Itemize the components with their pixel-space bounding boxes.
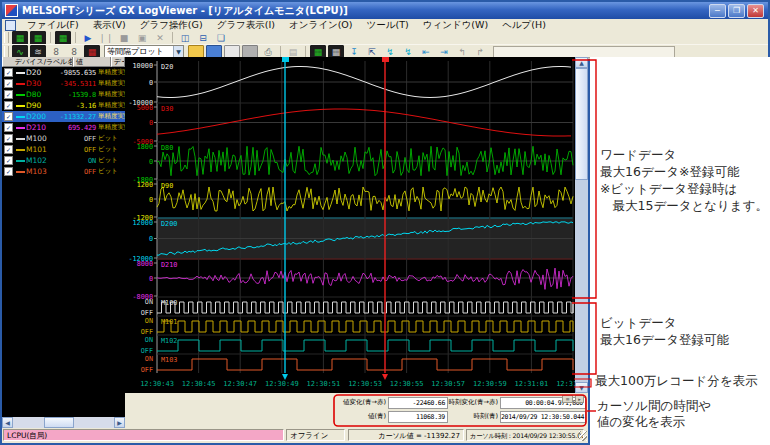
horizontal-scroll-thumb[interactable] (44, 417, 74, 428)
device-row[interactable]: ✓D210695.429単精度実数 (2, 122, 125, 133)
open-realtime-monitor-icon[interactable]: ▦ (30, 31, 46, 45)
close-button[interactable]: ✕ (747, 4, 764, 18)
child-window-icon[interactable] (5, 20, 16, 31)
toolbar-grip[interactable] (4, 32, 9, 43)
checkbox[interactable]: ✓ (4, 101, 13, 110)
svg-text:D200: D200 (161, 220, 177, 228)
svg-text:12:30:55: 12:30:55 (390, 380, 424, 388)
menu-item[interactable]: オンライン(O) (282, 19, 360, 32)
pause-monitor-icon[interactable]: ❘❘ (98, 31, 114, 45)
svg-text:M103: M103 (161, 356, 177, 364)
device-name: M100 (26, 134, 58, 143)
stop-monitor-icon[interactable]: ■ (116, 31, 132, 45)
device-row[interactable]: ✓M100OFFビット (2, 133, 125, 144)
device-row[interactable]: ✓M101OFFビット (2, 144, 125, 155)
checkbox[interactable]: ✓ (4, 123, 13, 132)
checkbox[interactable]: ✓ (4, 156, 13, 165)
device-name: M101 (26, 145, 58, 154)
device-row[interactable]: ✓M103OFFビット (2, 166, 125, 177)
svg-text:12:30:49: 12:30:49 (265, 380, 299, 388)
device-list-header: デバイス/ラベル名 値 データ型 (2, 57, 125, 67)
cursor-field-label: 時刻変化(青→赤) (446, 397, 498, 408)
svg-text:12:30:45: 12:30:45 (182, 380, 216, 388)
tile-vertical-icon[interactable]: ◫ (177, 31, 193, 45)
status-cursor-time: カーソル時刻 : 2014/09/29 12:30:55.015 (466, 429, 584, 441)
menu-item[interactable]: ファイル(F) (20, 19, 86, 32)
checkbox[interactable]: ✓ (4, 167, 13, 176)
vertical-scroll-thumb[interactable] (575, 68, 588, 180)
device-type: 単精度実数 (96, 79, 125, 88)
open-logging-file-icon[interactable]: ▦ (12, 31, 28, 45)
checkbox[interactable]: ✓ (4, 90, 13, 99)
checkbox[interactable]: ✓ (4, 79, 13, 88)
toolbar-separator (305, 46, 306, 57)
main-toolbar: ▦▦▦▶❘❘■▣✕◫⊟❏ (2, 31, 768, 44)
device-list-panel: デバイス/ラベル名 値 データ型 ✓D20-9855.635単精度実数✓D30-… (2, 57, 125, 417)
cursor-field-value: 2014/09/29 12:30:50.044 (500, 411, 586, 423)
device-type: 単精度実数 (96, 123, 125, 132)
trend-graph[interactable]: 12:30:4312:30:4512:30:4712:30:4912:30:51… (125, 57, 575, 393)
device-type: ビット (96, 134, 125, 143)
refresh-icon[interactable]: ▣ (134, 31, 150, 45)
menu-item[interactable]: ヘルプ(H) (495, 19, 553, 32)
device-value: -345.5311 (58, 80, 96, 88)
svg-text:ON: ON (145, 355, 153, 363)
menu-item[interactable]: ウィンドウ(W) (416, 19, 495, 32)
device-row[interactable]: ✓D80-1539.8単精度実数 (2, 89, 125, 100)
toolbar-grip[interactable] (4, 46, 9, 57)
svg-text:D90: D90 (161, 182, 173, 190)
panel-collapse-icon[interactable]: ≡ (562, 395, 573, 403)
svg-text:OFF: OFF (141, 328, 153, 336)
device-type: 単精度実数 (96, 90, 125, 99)
device-horizontal-scrollbar[interactable]: ◀ ▶ (2, 417, 125, 428)
column-header-type[interactable]: データ型 (111, 57, 125, 67)
menu-item[interactable]: ツール(T) (360, 19, 416, 32)
menu-item[interactable]: グラフ表示(I) (210, 19, 282, 32)
menu-item[interactable]: 表示(V) (86, 19, 133, 32)
column-header-device[interactable]: デバイス/ラベル名 (2, 57, 73, 67)
disconnect-icon[interactable]: ✕ (152, 31, 168, 45)
scroll-left-icon[interactable]: ◀ (2, 417, 13, 428)
series-color-swatch (14, 134, 26, 143)
checkbox[interactable]: ✓ (4, 134, 13, 143)
graph-vertical-scrollbar[interactable]: ▲ ▼ (575, 57, 588, 393)
scroll-up-icon[interactable]: ▲ (575, 57, 588, 68)
checkbox[interactable]: ✓ (4, 68, 13, 77)
column-header-value[interactable]: 値 (73, 57, 111, 67)
device-row[interactable]: ✓D30-345.5311単精度実数 (2, 78, 125, 89)
scroll-right-icon[interactable]: ▶ (114, 417, 125, 428)
title-bar[interactable]: MELSOFTシリーズ GX LogViewer - [リアルタイムモニタ(LC… (2, 2, 768, 19)
start-monitor-icon[interactable]: ▶ (80, 31, 96, 45)
checkbox[interactable]: ✓ (4, 145, 13, 154)
tile-horizontal-icon[interactable]: ⊟ (195, 31, 211, 45)
toolbar-separator (75, 32, 76, 43)
resize-grip[interactable] (579, 431, 587, 441)
device-type: ビット (96, 167, 125, 176)
device-type: 単精度実数 (96, 101, 125, 110)
reconnect-icon[interactable]: ▦ (55, 31, 71, 45)
device-row[interactable]: ✓D90-3.16単精度実数 (2, 100, 125, 111)
toolbar-empty-combo[interactable] (493, 46, 675, 58)
device-type: 単精度実数 (96, 112, 125, 121)
checkbox[interactable]: ✓ (4, 112, 13, 121)
device-row[interactable]: ✓M102ONビット (2, 155, 125, 166)
device-row[interactable]: ✓D20-9855.635単精度実数 (2, 67, 125, 78)
device-row[interactable]: ✓D200-11332.27単精度実数 (2, 111, 125, 122)
panel-expand-icon[interactable]: ▸ (575, 395, 584, 403)
svg-text:0: 0 (149, 196, 153, 204)
graph-area[interactable]: 12:30:4312:30:4512:30:4712:30:4912:30:51… (125, 57, 575, 393)
cursor-field-label: 値(青) (334, 411, 386, 422)
annotation-records: 最大100万レコード分を表示 (595, 372, 758, 389)
svg-text:OFF: OFF (141, 347, 153, 355)
svg-text:12:30:57: 12:30:57 (431, 380, 465, 388)
menu-item[interactable]: グラフ操作(G) (133, 19, 210, 32)
scroll-down-icon[interactable]: ▼ (575, 382, 588, 393)
plot-mode-value: 等間隔プロット (107, 46, 164, 57)
series-color-swatch (14, 156, 26, 165)
minimize-button[interactable]: ─ (709, 4, 726, 18)
chevron-down-icon[interactable]: ▼ (173, 46, 183, 57)
cascade-windows-icon[interactable]: ❏ (213, 31, 229, 45)
app-icon (5, 4, 18, 17)
svg-text:12:30:59: 12:30:59 (473, 380, 507, 388)
maximize-button[interactable]: ❐ (728, 4, 745, 18)
